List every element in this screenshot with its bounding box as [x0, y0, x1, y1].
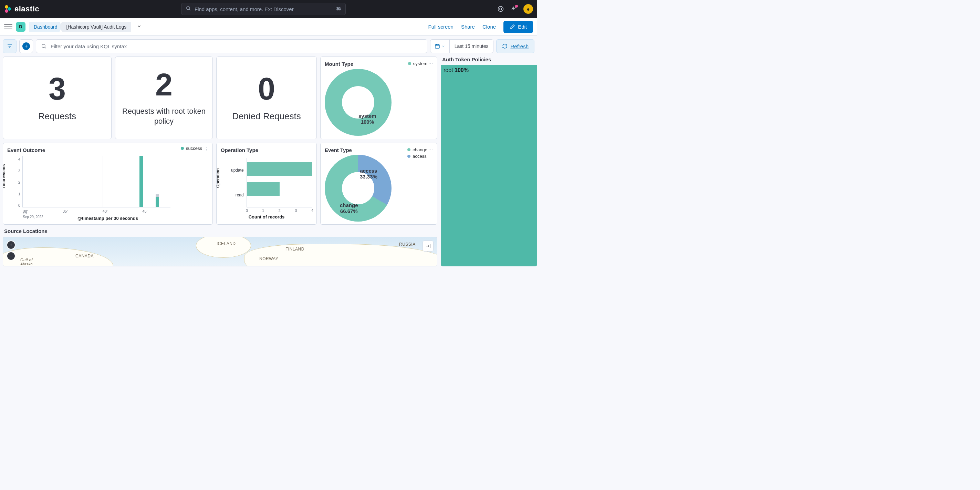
metric-value: 2	[155, 69, 172, 100]
pencil-icon	[510, 24, 515, 30]
legend-label[interactable]: success	[186, 146, 202, 151]
legend-swatch	[407, 155, 410, 158]
slice-label: system	[358, 113, 376, 119]
breadcrumb: Dashboard [Hashicorp Vault] Audit Logs	[29, 22, 131, 32]
share-button[interactable]: Share	[461, 24, 475, 30]
chevron-down-icon[interactable]	[137, 24, 142, 30]
slice-label: access	[360, 168, 377, 174]
metric-value: 3	[49, 73, 66, 104]
bar[interactable]	[140, 156, 143, 207]
space-selector[interactable]: D	[16, 22, 25, 32]
plus-icon: +	[22, 42, 30, 50]
elastic-logo-text: elastic	[14, 5, 39, 13]
slice-percent: 33.33%	[360, 174, 377, 180]
elastic-logo[interactable]: elastic	[4, 5, 39, 13]
query-input-wrapper[interactable]	[36, 39, 427, 53]
breadcrumb-dashboard[interactable]: Dashboard	[29, 22, 62, 32]
refresh-label: Refresh	[510, 43, 528, 49]
slice-percent: 100%	[358, 119, 376, 125]
breadcrumb-current: [Hashicorp Vault] Audit Logs	[60, 22, 132, 32]
layers-toggle-button[interactable]	[423, 241, 434, 252]
bar[interactable]	[247, 162, 312, 176]
newsfeed-icon[interactable]	[510, 5, 517, 13]
panel-title: Auth Token Policies	[441, 56, 537, 62]
panel-title: Event Outcome	[7, 147, 208, 153]
refresh-button[interactable]: Refresh	[496, 39, 535, 53]
legend-label[interactable]: access	[412, 154, 426, 159]
panel-options-icon[interactable]: ⋮	[428, 147, 434, 153]
svg-point-2	[500, 8, 502, 10]
global-search-input[interactable]	[194, 6, 332, 12]
edit-button[interactable]: Edit	[503, 21, 533, 33]
bar[interactable]	[156, 197, 159, 207]
map-canvas[interactable]: Gulf of Alaska CANADA ICELAND NORWAY FIN…	[3, 237, 438, 267]
search-shortcut-hint: ⌘/	[336, 6, 341, 11]
user-avatar[interactable]: e	[523, 4, 533, 14]
legend-label[interactable]: change	[412, 147, 427, 152]
legend-label[interactable]: system	[413, 61, 427, 66]
chart-legend: change access	[407, 147, 427, 160]
panel-title: Operation Type	[221, 147, 312, 153]
notification-dot	[515, 5, 518, 8]
legend-swatch	[407, 148, 410, 151]
add-filter-button[interactable]: +	[19, 39, 33, 53]
chart-legend: system	[408, 61, 427, 67]
panel-operation-type: Operation Type Operation update read 0 1…	[216, 143, 317, 225]
y-axis-ticks: update read	[231, 158, 247, 207]
svg-point-3	[42, 45, 45, 48]
panel-options-icon[interactable]: ⋮	[204, 146, 209, 152]
panel-mount-type: Mount Type system ⋮ system 100%	[320, 56, 438, 139]
treemap-cell[interactable]: root 100%	[441, 65, 537, 267]
y-axis-label: Total Events	[3, 164, 6, 188]
panel-root-requests: 2 Requests with root token policy	[115, 56, 213, 139]
slice-label: change	[340, 202, 358, 208]
chart-legend: success	[181, 146, 202, 152]
y-axis-label: Operation	[216, 168, 220, 188]
panel-options-icon[interactable]: ⋮	[428, 61, 434, 67]
refresh-icon	[502, 43, 508, 49]
panel-requests: 3 Requests	[3, 56, 111, 139]
y-axis-ticks: 4 3 2 1 0	[18, 156, 22, 214]
kql-query-input[interactable]	[51, 43, 422, 49]
slice-percent: 66.67%	[340, 208, 358, 214]
time-picker[interactable]: Last 15 minutes	[430, 39, 494, 53]
bar-chart: 30' 35' 40' 45' 10 Sep 29, 2022	[22, 156, 170, 207]
zoom-out-button[interactable]: −	[6, 252, 16, 260]
nav-toggle-icon[interactable]	[4, 24, 13, 29]
fullscreen-button[interactable]: Full screen	[428, 24, 453, 30]
panel-auth-token-policies: Auth Token Policies root 100%	[441, 56, 537, 267]
metric-value: 0	[258, 73, 275, 104]
cell-label: root	[444, 67, 453, 73]
search-icon	[41, 43, 46, 49]
metric-label: Requests with root token policy	[119, 107, 208, 126]
svg-point-0	[187, 6, 190, 10]
help-icon[interactable]	[497, 5, 504, 13]
edit-button-label: Edit	[518, 24, 527, 30]
svg-point-1	[498, 6, 503, 12]
filter-toggle-button[interactable]	[3, 39, 16, 53]
search-icon	[186, 5, 191, 13]
donut-chart: system 100%	[325, 69, 391, 136]
elastic-logo-icon	[4, 5, 12, 13]
panel-event-outcome: Event Outcome success ⋮ Total Events 4 3…	[3, 143, 213, 225]
global-search[interactable]: ⌘/	[181, 3, 346, 15]
donut-chart: access 33.33% change 66.67%	[325, 155, 391, 222]
bar-chart: 0 1 2 3 4	[247, 158, 312, 207]
svg-rect-4	[435, 45, 439, 48]
metric-label: Denied Requests	[232, 111, 301, 122]
x-axis-label: Count of records	[221, 214, 312, 220]
zoom-in-button[interactable]: +	[6, 241, 16, 249]
filter-icon	[7, 43, 13, 49]
panel-event-type: Event Type change access ⋮ access 33.33%…	[320, 143, 438, 225]
layers-icon	[425, 243, 431, 249]
bar[interactable]	[247, 182, 280, 196]
time-range-label: Last 15 minutes	[450, 43, 493, 49]
panel-title: Source Locations	[3, 228, 438, 234]
global-header: elastic ⌘/ e	[0, 0, 537, 18]
cell-percent: 100%	[455, 67, 469, 73]
legend-swatch	[408, 62, 411, 65]
calendar-icon	[434, 43, 440, 49]
query-bar: + Last 15 minutes Refresh	[0, 36, 537, 56]
clone-button[interactable]: Clone	[482, 24, 496, 30]
dashboard-grid: 3 Requests 2 Requests with root token po…	[0, 56, 537, 267]
